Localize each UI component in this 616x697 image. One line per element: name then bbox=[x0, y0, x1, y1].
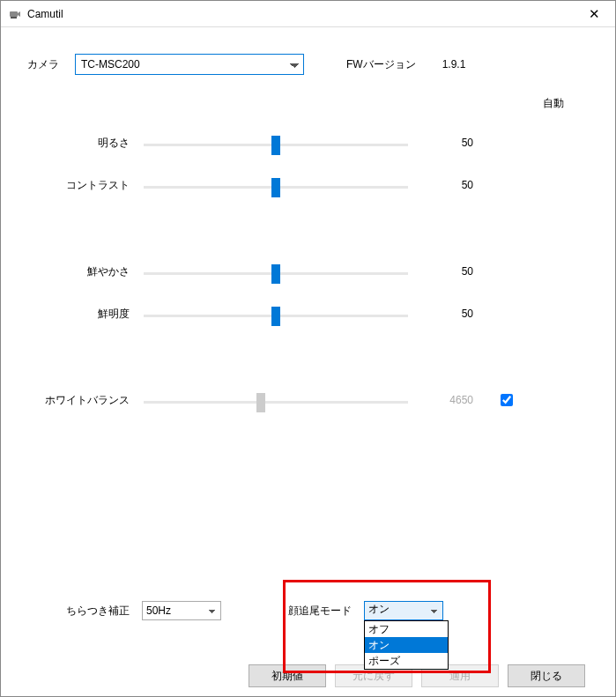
app-window: Camutil ✕ カメラ TC-MSC200 FWバージョン 1.9.1 自動… bbox=[0, 0, 616, 697]
sharpness-slider[interactable] bbox=[144, 315, 408, 317]
flicker-select[interactable]: 50Hz bbox=[142, 601, 221, 620]
face-mode-option-off[interactable]: オフ bbox=[365, 621, 448, 637]
camera-select[interactable]: TC-MSC200 bbox=[75, 54, 304, 75]
whitebalance-row: ホワイトバランス 4650 bbox=[27, 379, 589, 421]
contrast-value: 50 bbox=[406, 179, 477, 191]
sharpness-value: 50 bbox=[406, 308, 477, 320]
svg-rect-0 bbox=[10, 11, 18, 17]
button-row: 初期値 元に戻す 適用 閉じる bbox=[27, 664, 589, 687]
contrast-row: コントラスト 50 bbox=[27, 164, 589, 206]
face-mode-label: 顔追尾モード bbox=[288, 604, 352, 619]
saturation-row: 鮮やかさ 50 bbox=[27, 250, 589, 293]
whitebalance-auto-checkbox[interactable] bbox=[501, 394, 513, 406]
window-close-button[interactable]: ✕ bbox=[575, 1, 613, 27]
brightness-slider[interactable] bbox=[144, 144, 408, 146]
saturation-value: 50 bbox=[406, 265, 477, 278]
face-mode-select[interactable]: オン bbox=[364, 601, 443, 620]
fw-version-value: 1.9.1 bbox=[442, 58, 466, 70]
window-title: Camutil bbox=[27, 8, 575, 20]
whitebalance-value: 4650 bbox=[406, 394, 477, 406]
face-mode-selected: オン bbox=[368, 603, 390, 615]
svg-rect-2 bbox=[11, 17, 17, 19]
camera-row: カメラ TC-MSC200 FWバージョン 1.9.1 bbox=[27, 54, 589, 75]
brightness-label: 明るさ bbox=[27, 136, 142, 151]
contrast-slider[interactable] bbox=[144, 186, 408, 189]
default-button[interactable]: 初期値 bbox=[249, 664, 326, 687]
camera-label: カメラ bbox=[27, 57, 59, 72]
flicker-label: ちらつき補正 bbox=[27, 604, 142, 619]
svg-marker-1 bbox=[18, 11, 20, 17]
flicker-face-row: ちらつき補正 50Hz 顔追尾モード オン オフ オン ポーズ bbox=[27, 597, 589, 624]
face-mode-option-pause[interactable]: ポーズ bbox=[365, 653, 448, 669]
sharpness-row: 鮮明度 50 bbox=[27, 293, 589, 335]
contrast-label: コントラスト bbox=[27, 178, 142, 193]
content-area: カメラ TC-MSC200 FWバージョン 1.9.1 自動 明るさ 50 コン… bbox=[1, 27, 615, 697]
fw-version-label: FWバージョン bbox=[346, 57, 416, 72]
face-mode-option-on[interactable]: オン bbox=[365, 637, 448, 653]
face-mode-dropdown: オフ オン ポーズ bbox=[364, 620, 449, 670]
whitebalance-slider[interactable] bbox=[144, 401, 408, 404]
bottom-area: ちらつき補正 50Hz 顔追尾モード オン オフ オン ポーズ bbox=[27, 597, 589, 687]
auto-header: 自動 bbox=[27, 96, 589, 111]
brightness-value: 50 bbox=[406, 137, 477, 149]
sharpness-label: 鮮明度 bbox=[27, 307, 142, 322]
app-icon bbox=[8, 7, 22, 21]
brightness-row: 明るさ 50 bbox=[27, 122, 589, 164]
whitebalance-label: ホワイトバランス bbox=[27, 393, 142, 408]
saturation-slider[interactable] bbox=[144, 272, 408, 275]
titlebar: Camutil ✕ bbox=[1, 1, 615, 27]
saturation-label: 鮮やかさ bbox=[27, 264, 142, 279]
close-button[interactable]: 閉じる bbox=[508, 664, 585, 687]
